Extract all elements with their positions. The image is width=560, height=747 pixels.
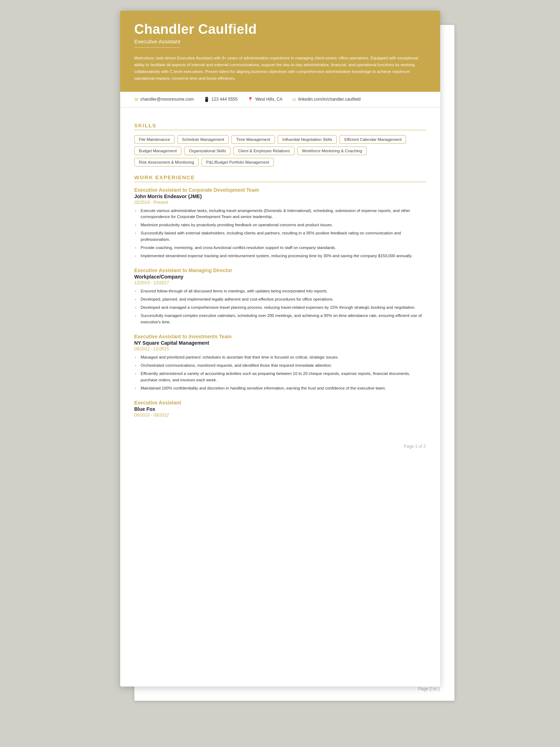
job-0-bullet-1: Maximize productivity rates by proactive… [134, 222, 426, 228]
job-1-bullet-0: Ensured follow-through of all discussed … [134, 288, 426, 295]
job-3-dates: 06/2010 - 08/2012 [134, 413, 426, 418]
job-2-dates: 09/2012 - 11/2015 [134, 346, 426, 351]
skill-4: Efficient Calendar Management [340, 135, 406, 144]
job-1-company: Workplace/Company [134, 274, 426, 280]
skill-0: File Maintenance [134, 135, 175, 144]
job-0-dates: 02/2018 - Present [134, 200, 426, 205]
candidate-title: Executive Assistant [134, 38, 180, 48]
job-0: Executive Assistant to Corporate Develop… [134, 187, 426, 259]
job-0-bullets: Execute various administrative tasks, in… [134, 208, 426, 259]
skills-section-title: SKILLS [134, 122, 426, 130]
skill-2: Time Management [231, 135, 274, 144]
contact-location: 📍 West Hills, CA [247, 97, 282, 102]
skill-9: Risk Assessment & Monitoring [134, 158, 199, 166]
job-1-bullets: Ensured follow-through of all discussed … [134, 288, 426, 325]
job-2-bullet-0: Managed and prioritized partners' schedu… [134, 354, 426, 361]
job-0-bullet-2: Successfully liaised with external stake… [134, 230, 426, 243]
job-0-bullet-0: Execute various administrative tasks, in… [134, 208, 426, 221]
skill-10: P&L/Budget Portfolio Management [202, 158, 274, 166]
job-2-company: NY Square Capital Management [134, 340, 426, 346]
job-1-bullet-1: Developed, planned, and implemented lega… [134, 296, 426, 303]
job-0-bullet-4: Implemented streamlined expense tracking… [134, 253, 426, 259]
skill-6: Organizational Skills [184, 147, 230, 155]
job-1-bullet-3: Successfully managed complex executive c… [134, 313, 426, 325]
header-section: Chandler Caulfield Executive Assistant M… [120, 11, 440, 92]
contact-phone: 📱 123 444 5555 [204, 97, 238, 102]
contact-bar: ✉ chandler@novoresume.com 📱 123 444 5555… [120, 92, 440, 107]
contact-email: ✉ chandler@novoresume.com [134, 97, 194, 102]
job-2-bullet-3: Maintained 100% confidentiality and disc… [134, 385, 426, 392]
job-0-title: Executive Assistant to Corporate Develop… [134, 187, 426, 193]
job-3-company: Blue Fox [134, 406, 426, 412]
job-1: Executive Assistant to Managing Director… [134, 267, 426, 325]
job-1-title: Executive Assistant to Managing Director [134, 267, 426, 273]
main-content: SKILLS File Maintenance Schedule Managem… [120, 107, 440, 441]
skill-3: Influential Negotiation Skills [278, 135, 337, 144]
linkedin-text: linkedin.com/in/chandler.caulfield [298, 97, 361, 102]
job-1-dates: 12/2015 - 12/2017 [134, 280, 426, 285]
location-icon: 📍 [247, 97, 253, 102]
job-0-bullet-3: Provide coaching, mentoring, and cross-f… [134, 245, 426, 251]
phone-text: 123 444 5555 [212, 97, 238, 102]
page-stack: EDU Bach Temp 2007 - VOL Volu Mary 01/20… [120, 11, 440, 687]
page-1: Chandler Caulfield Executive Assistant M… [120, 11, 440, 687]
skill-7: Client & Employee Relations [233, 147, 294, 155]
job-1-bullet-2: Developed and managed a comprehensive tr… [134, 304, 426, 311]
linkedin-icon: in [293, 97, 296, 102]
email-icon: ✉ [134, 97, 138, 102]
phone-icon: 📱 [204, 97, 209, 102]
job-2-title: Executive Assistant to Investments Team [134, 334, 426, 339]
skills-grid: File Maintenance Schedule Management Tim… [134, 135, 426, 166]
contact-linkedin: in linkedin.com/in/chandler.caulfield [293, 97, 361, 102]
job-2-bullets: Managed and prioritized partners' schedu… [134, 354, 426, 391]
job-2: Executive Assistant to Investments Team … [134, 334, 426, 391]
page-number-front: Page 1 of 2 [120, 440, 440, 455]
job-3: Executive Assistant Blue Fox 06/2010 - 0… [134, 400, 426, 418]
skill-8: Workforce Mentoring & Coaching [297, 147, 367, 155]
job-2-bullet-2: Efficiently administered a variety of ac… [134, 371, 426, 383]
skill-1: Schedule Management [177, 135, 229, 144]
work-section-title: WORK EXPERIENCE [134, 174, 426, 182]
job-2-bullet-1: Orchestrated communications, monitored r… [134, 362, 426, 369]
email-text: chandler@novoresume.com [140, 97, 194, 102]
location-text: West Hills, CA [255, 97, 282, 102]
candidate-name: Chandler Caulfield [134, 22, 426, 37]
skill-5: Budget Management [134, 147, 182, 155]
job-0-company: John Morris Endeavor (JME) [134, 194, 426, 199]
job-3-title: Executive Assistant [134, 400, 426, 406]
candidate-summary: Meticulous, task-driven Executive Assist… [134, 55, 426, 82]
